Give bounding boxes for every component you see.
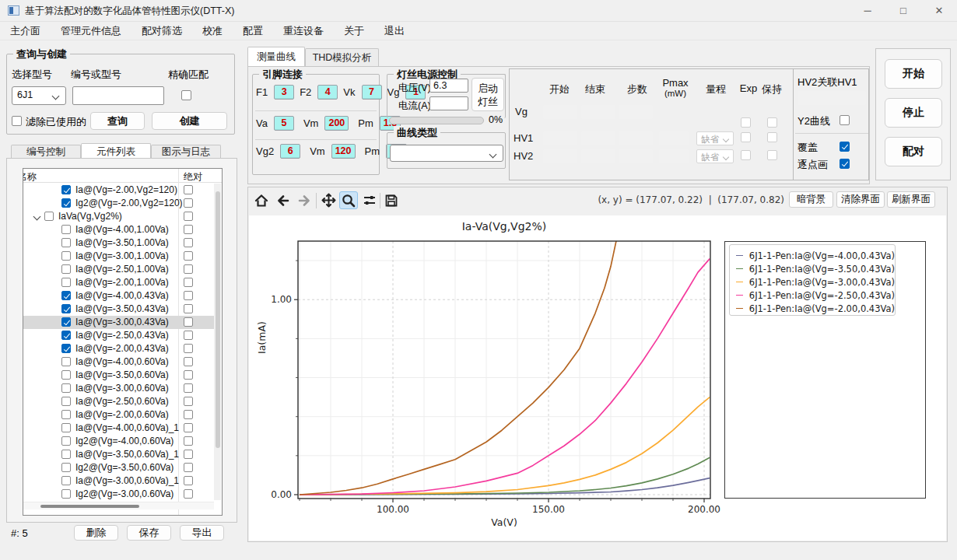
list-item[interactable]: Ig2@(Vg=-2.00,Vg2=120) — [23, 197, 214, 210]
abs-checkbox[interactable] — [184, 450, 193, 459]
list-item[interactable]: Ia@(Vg=-4.00,0.43Va) — [23, 289, 214, 303]
pointdraw-checkbox[interactable] — [840, 159, 850, 169]
hv1-steps-input[interactable] — [619, 131, 653, 145]
abs-checkbox[interactable] — [184, 370, 193, 380]
hv1-exp-checkbox[interactable] — [741, 132, 751, 142]
list-item[interactable]: Ia@(Vg=-3.00,0.60Va) — [23, 382, 214, 395]
zoom-icon[interactable] — [339, 191, 358, 209]
hv1-range-select[interactable]: 缺省 — [696, 131, 734, 145]
menu-item[interactable]: 配置 — [233, 22, 273, 40]
abs-checkbox[interactable] — [184, 489, 193, 499]
item-checkbox[interactable] — [61, 476, 71, 485]
list-item[interactable]: Ia@(Vg=-2.50,0.60Va) — [23, 395, 214, 408]
vg-hold-checkbox[interactable] — [767, 117, 777, 128]
query-button[interactable]: 查询 — [90, 112, 145, 130]
item-checkbox[interactable] — [61, 251, 71, 261]
menu-item[interactable]: 主介面 — [0, 22, 51, 40]
chevron-down-icon[interactable] — [33, 213, 41, 221]
stop-button[interactable]: 停止 — [885, 98, 942, 128]
vg-steps-input[interactable] — [619, 105, 653, 119]
save-icon[interactable] — [382, 191, 401, 209]
left-tab[interactable]: 元件列表 — [81, 143, 151, 159]
list-item[interactable]: Ia@(Vg=-3.50,0.43Va) — [23, 303, 214, 316]
list-item[interactable]: Ia@(Vg=-4.00,0.60Va) — [23, 355, 214, 369]
pin-value-box[interactable]: 5 — [274, 116, 294, 131]
item-checkbox[interactable] — [61, 317, 71, 327]
left-tab[interactable]: 图示与日志 — [151, 145, 221, 159]
abs-checkbox[interactable] — [184, 212, 193, 221]
list-item[interactable]: Ia@(Vg=-3.50,0.60Va)_1 — [23, 448, 214, 461]
list-vertical-scrollbar[interactable] — [214, 184, 221, 500]
menu-item[interactable]: 退出 — [374, 22, 415, 40]
create-button[interactable]: 创建 — [152, 112, 227, 130]
close-button[interactable]: ✕ — [921, 0, 957, 22]
list-item[interactable]: Ig2@(Vg=-3.50,0.60Va) — [23, 461, 214, 474]
vg-end-input[interactable] — [581, 105, 615, 119]
abs-checkbox[interactable] — [184, 410, 193, 419]
item-checkbox[interactable] — [61, 397, 71, 406]
hv1-start-input[interactable] — [543, 131, 577, 145]
hv2-steps-input[interactable] — [619, 149, 653, 163]
item-checkbox[interactable] — [61, 304, 71, 313]
item-checkbox[interactable] — [61, 291, 71, 300]
minimize-button[interactable]: ─ — [850, 0, 885, 22]
item-checkbox[interactable] — [61, 264, 71, 274]
legend-entry[interactable]: 6J1-1-Pen:Ia@(Vg=-2.00,0.43Va) — [736, 302, 895, 315]
menu-item[interactable]: 校准 — [192, 22, 233, 40]
item-checkbox[interactable] — [61, 238, 71, 247]
abs-checkbox[interactable] — [184, 463, 193, 472]
list-item[interactable]: Ig2@(Vg=-4.00,0.60Va) — [23, 435, 214, 448]
left-tab[interactable]: 编号控制 — [11, 145, 81, 159]
list-item[interactable]: Ia@(Vg=-2.00,0.43Va) — [23, 342, 214, 355]
maximize-button[interactable]: □ — [885, 0, 921, 22]
hv2-end-input[interactable] — [581, 149, 615, 163]
item-checkbox[interactable] — [61, 383, 71, 393]
delete-button[interactable]: 删除 — [74, 525, 118, 541]
hv2-start-input[interactable] — [543, 149, 577, 163]
y2-curve-checkbox[interactable] — [840, 115, 850, 125]
filter-used-checkbox[interactable] — [12, 116, 22, 126]
subplots-settings-icon[interactable] — [360, 191, 379, 209]
list-item[interactable]: Ig2@(Vg=-3.00,0.60Va) — [23, 488, 214, 501]
menu-item[interactable]: 重连设备 — [273, 22, 334, 40]
item-checkbox[interactable] — [44, 212, 54, 221]
list-item[interactable]: Ia@(Vg=-3.50,0.60Va) — [23, 369, 214, 382]
list-item[interactable]: Ia@(Vg=-4.00,1.00Va) — [23, 223, 214, 236]
abs-checkbox[interactable] — [184, 198, 193, 208]
hv1-hold-checkbox[interactable] — [767, 132, 777, 142]
legend-entry[interactable]: 6J1-1-Pen:Ia@(Vg=-2.50,0.43Va) — [736, 289, 895, 302]
exact-match-checkbox[interactable] — [181, 90, 191, 100]
pin-value-box[interactable]: 6 — [280, 144, 300, 159]
list-item[interactable]: Ia@(Vg=-2.00,Vg2=120) — [23, 184, 214, 197]
item-checkbox[interactable] — [61, 278, 71, 287]
abs-checkbox[interactable] — [184, 185, 193, 194]
abs-checkbox[interactable] — [184, 291, 193, 300]
menu-item[interactable]: 管理元件信息 — [51, 22, 131, 40]
abs-checkbox[interactable] — [184, 436, 193, 446]
item-checkbox[interactable] — [61, 463, 71, 472]
legend-entry[interactable]: 6J1-1-Pen:Ia@(Vg=-4.00,0.43Va) — [736, 249, 895, 262]
hv2-exp-checkbox[interactable] — [741, 150, 751, 160]
item-checkbox[interactable] — [61, 198, 71, 208]
list-item[interactable]: Ia@(Vg=-2.00,1.00Va) — [23, 276, 214, 289]
pair-button[interactable]: 配对 — [885, 137, 942, 166]
list-item[interactable]: Ia@(Vg=-2.50,1.00Va) — [23, 263, 214, 276]
start-filament-button[interactable]: 启动灯丝 — [471, 78, 504, 111]
list-item[interactable]: Ia@(Vg=-4.00,0.60Va)_1 — [23, 422, 214, 435]
hv2-range-select[interactable]: 缺省 — [696, 149, 734, 163]
dark-bg-button[interactable]: 暗背景 — [789, 191, 833, 208]
main-tab[interactable]: THD模拟分析 — [305, 48, 379, 66]
current-input[interactable] — [429, 96, 468, 110]
list-item[interactable]: Ia@(Vg=-2.00,0.60Va) — [23, 408, 214, 422]
menu-item[interactable]: 关于 — [334, 22, 374, 40]
vg-start-input[interactable] — [543, 105, 577, 119]
abs-checkbox[interactable] — [184, 476, 193, 485]
list-item[interactable]: Ia@(Vg=-3.50,1.00Va) — [23, 236, 214, 250]
list-item[interactable]: Ia@(Vg=-3.00,0.60Va)_1 — [23, 474, 214, 488]
main-tab[interactable]: 测量曲线 — [247, 47, 305, 66]
number-input[interactable] — [72, 86, 164, 105]
back-icon[interactable] — [274, 191, 293, 209]
forward-icon[interactable] — [295, 191, 314, 209]
hv1-end-input[interactable] — [581, 131, 615, 145]
item-checkbox[interactable] — [61, 344, 71, 353]
